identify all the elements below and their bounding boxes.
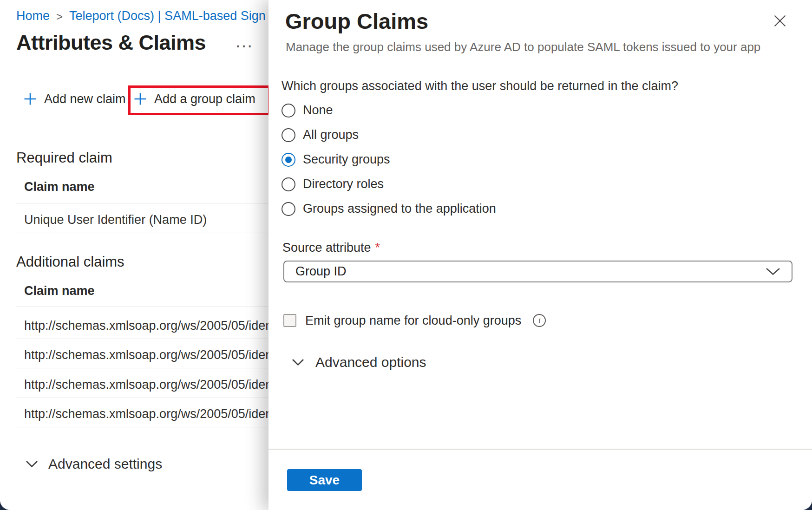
group-selection-radio-group: None All groups Security groups Director… [282,98,496,221]
additional-claim-row[interactable]: http://schemas.xmlsoap.org/ws/2005/05/id… [24,348,272,362]
radio-button-icon[interactable] [282,202,295,216]
panel-subtitle: Manage the group claims used by Azure AD… [286,40,760,54]
advanced-settings-toggle[interactable]: Advanced settings [26,456,162,472]
radio-option-label: Directory roles [303,177,384,191]
chevron-down-icon [26,460,38,468]
panel-footer-divider [268,449,812,450]
save-button[interactable]: Save [287,469,362,491]
required-claim-heading: Required claim [16,150,112,166]
red-highlight-annotation [128,85,270,115]
radio-option-label: Security groups [303,152,390,167]
source-attribute-dropdown[interactable]: Group ID [283,261,792,282]
info-icon[interactable]: i [533,314,546,327]
radio-button-icon[interactable] [282,177,295,191]
panel-title: Group Claims [285,8,428,34]
more-menu-icon[interactable]: … [235,31,254,52]
radio-button-icon[interactable] [282,153,295,167]
radio-option-label: All groups [303,128,359,142]
plus-icon [23,92,37,106]
radio-option-groups-assigned[interactable]: Groups assigned to the application [282,196,496,221]
app-window: Home > Teleport (Docs) | SAML-based Sign… [0,0,812,510]
required-asterisk: * [375,241,380,255]
chevron-down-icon [766,268,780,275]
emit-group-name-label: Emit group name for cloud-only groups [305,314,521,328]
breadcrumb: Home > Teleport (Docs) | SAML-based Sign [16,9,266,23]
additional-claim-row[interactable]: http://schemas.xmlsoap.org/ws/2005/05/id… [24,407,272,421]
group-claims-question: Which groups associated with the user sh… [282,79,678,93]
additional-claim-row[interactable]: http://schemas.xmlsoap.org/ws/2005/05/id… [24,378,272,392]
close-icon [773,14,787,28]
page-title: Attributes & Claims [16,31,206,55]
advanced-options-label: Advanced options [315,354,426,370]
additional-claims-heading: Additional claims [16,254,124,270]
advanced-settings-label: Advanced settings [48,456,162,472]
radio-option-security-groups[interactable]: Security groups [282,147,496,172]
source-attribute-label-text: Source attribute [282,241,371,255]
additional-claims-column-header: Claim name [24,284,95,298]
required-claim-row[interactable]: Unique User Identifier (Name ID) [24,213,207,227]
required-claim-column-header: Claim name [24,180,95,194]
source-attribute-value: Group ID [295,264,347,279]
breadcrumb-current-link[interactable]: Teleport (Docs) | SAML-based Sign [69,9,266,23]
advanced-options-toggle[interactable]: Advanced options [292,354,426,370]
emit-group-name-row: Emit group name for cloud-only groups i [283,308,546,333]
breadcrumb-separator: > [56,10,63,23]
close-panel-button[interactable] [772,13,788,29]
breadcrumb-home-link[interactable]: Home [16,9,50,23]
emit-group-name-checkbox[interactable] [283,314,296,327]
radio-button-icon[interactable] [282,104,295,118]
add-new-claim-label: Add new claim [44,92,126,106]
radio-option-label: None [303,103,333,118]
additional-claim-row[interactable]: http://schemas.xmlsoap.org/ws/2005/05/id… [24,319,272,333]
radio-option-all-groups[interactable]: All groups [282,123,496,147]
chevron-down-icon [292,359,304,366]
radio-option-none[interactable]: None [282,98,496,123]
radio-option-label: Groups assigned to the application [303,202,496,216]
radio-button-icon[interactable] [282,128,295,142]
radio-option-directory-roles[interactable]: Directory roles [282,172,496,196]
source-attribute-label: Source attribute* [282,241,380,255]
add-new-claim-button[interactable]: Add new claim [23,86,126,111]
group-claims-panel: Group Claims Manage the group claims use… [268,0,812,510]
